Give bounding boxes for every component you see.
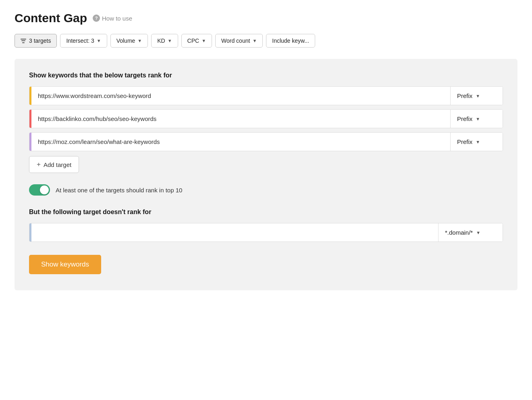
exclusion-section-title: But the following target doesn't rank fo…	[29, 208, 503, 216]
target-mode-select-3[interactable]: Prefix ▼	[450, 133, 503, 151]
show-keywords-label: Show keywords	[41, 260, 89, 268]
word-count-dropdown[interactable]: Word count ▼	[215, 34, 263, 48]
page-title: Content Gap	[15, 11, 87, 25]
filter-icon	[21, 39, 26, 43]
kd-label: KD	[157, 38, 165, 44]
cpc-dropdown[interactable]: CPC ▼	[181, 34, 212, 48]
intersect-label: Intersect: 3	[66, 38, 94, 44]
add-target-button[interactable]: + Add target	[29, 156, 79, 173]
table-row: Prefix ▼	[29, 132, 503, 151]
how-to-use-label: How to use	[102, 15, 132, 22]
show-section-title: Show keywords that the below targets ran…	[29, 72, 503, 79]
targets-button[interactable]: 3 targets	[15, 34, 57, 48]
target-mode-label-1: Prefix	[457, 92, 472, 99]
word-count-chevron-icon: ▼	[252, 38, 257, 43]
target-url-input-1[interactable]	[31, 87, 450, 105]
toggle-label: At least one of the targets should rank …	[56, 187, 182, 194]
top10-toggle[interactable]	[29, 184, 50, 196]
toggle-knob	[40, 185, 49, 194]
how-to-use-link[interactable]: ? How to use	[93, 15, 132, 22]
table-row: Prefix ▼	[29, 86, 503, 105]
target-mode-select-2[interactable]: Prefix ▼	[450, 110, 503, 128]
word-count-label: Word count	[221, 38, 250, 44]
cpc-chevron-icon: ▼	[202, 38, 206, 43]
targets-label: 3 targets	[29, 38, 51, 44]
intersect-chevron-icon: ▼	[97, 38, 101, 43]
table-row: Prefix ▼	[29, 109, 503, 128]
volume-dropdown[interactable]: Volume ▼	[110, 34, 148, 48]
intersect-dropdown[interactable]: Intersect: 3 ▼	[60, 34, 107, 48]
target-url-input-3[interactable]	[31, 133, 450, 151]
exclusion-url-input[interactable]	[31, 223, 438, 242]
kd-dropdown[interactable]: KD ▼	[151, 34, 178, 48]
target-mode-chevron-3: ▼	[476, 140, 480, 144]
toggle-row: At least one of the targets should rank …	[29, 184, 503, 196]
exclusion-row: *.domain/* ▼	[29, 223, 503, 242]
plus-icon: +	[37, 160, 41, 169]
include-keywords-dropdown[interactable]: Include keyw...	[266, 34, 315, 48]
page-header: Content Gap ? How to use	[15, 11, 517, 25]
content-area: Show keywords that the below targets ran…	[15, 59, 517, 290]
add-target-label: Add target	[44, 161, 71, 168]
include-keywords-label: Include keyw...	[272, 38, 309, 44]
exclusion-mode-label: *.domain/*	[445, 229, 473, 236]
target-mode-label-2: Prefix	[457, 115, 472, 122]
target-rows-container: Prefix ▼ Prefix ▼ Prefix ▼	[29, 86, 503, 151]
volume-chevron-icon: ▼	[137, 38, 142, 43]
kd-chevron-icon: ▼	[168, 38, 172, 43]
exclusion-mode-select[interactable]: *.domain/* ▼	[438, 223, 503, 242]
target-url-input-2[interactable]	[31, 110, 450, 128]
cpc-label: CPC	[187, 38, 200, 44]
toolbar: 3 targets Intersect: 3 ▼ Volume ▼ KD ▼ C…	[15, 34, 517, 48]
show-keywords-button[interactable]: Show keywords	[29, 255, 101, 274]
exclusion-mode-chevron: ▼	[476, 230, 480, 235]
help-icon: ?	[93, 15, 100, 22]
target-mode-chevron-1: ▼	[476, 94, 480, 98]
volume-label: Volume	[116, 38, 135, 44]
target-mode-label-3: Prefix	[457, 138, 472, 145]
target-mode-select-1[interactable]: Prefix ▼	[450, 87, 503, 105]
target-mode-chevron-2: ▼	[476, 117, 480, 121]
